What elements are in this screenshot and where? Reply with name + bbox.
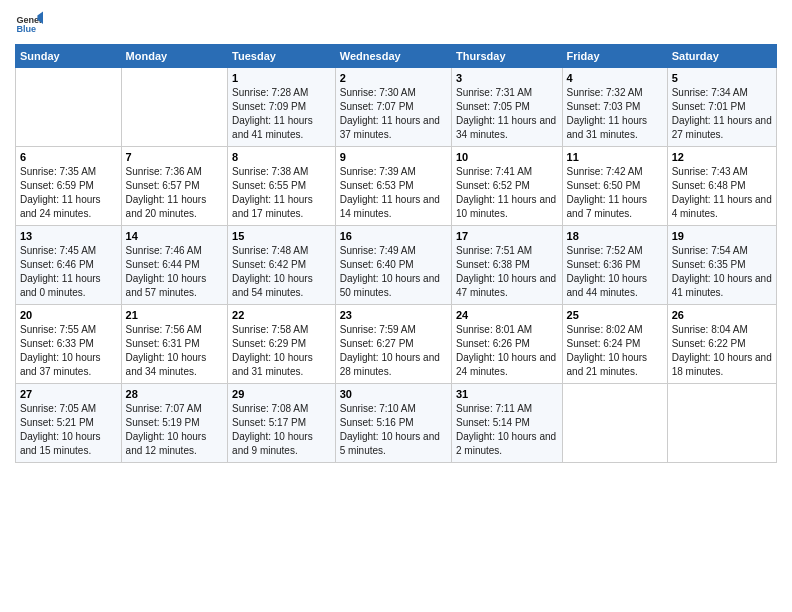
day-info: Sunrise: 7:11 AM Sunset: 5:14 PM Dayligh…	[456, 402, 558, 458]
calendar-cell: 25Sunrise: 8:02 AM Sunset: 6:24 PM Dayli…	[562, 305, 667, 384]
day-info: Sunrise: 7:56 AM Sunset: 6:31 PM Dayligh…	[126, 323, 224, 379]
day-header-tuesday: Tuesday	[228, 45, 336, 68]
day-number: 9	[340, 151, 447, 163]
day-number: 4	[567, 72, 663, 84]
day-number: 6	[20, 151, 117, 163]
calendar-cell: 30Sunrise: 7:10 AM Sunset: 5:16 PM Dayli…	[335, 384, 451, 463]
day-header-sunday: Sunday	[16, 45, 122, 68]
day-info: Sunrise: 7:39 AM Sunset: 6:53 PM Dayligh…	[340, 165, 447, 221]
calendar-cell: 29Sunrise: 7:08 AM Sunset: 5:17 PM Dayli…	[228, 384, 336, 463]
calendar-cell: 4Sunrise: 7:32 AM Sunset: 7:03 PM Daylig…	[562, 68, 667, 147]
calendar-cell: 10Sunrise: 7:41 AM Sunset: 6:52 PM Dayli…	[452, 147, 563, 226]
day-number: 10	[456, 151, 558, 163]
day-number: 28	[126, 388, 224, 400]
day-number: 30	[340, 388, 447, 400]
calendar-cell	[562, 384, 667, 463]
day-info: Sunrise: 7:55 AM Sunset: 6:33 PM Dayligh…	[20, 323, 117, 379]
day-info: Sunrise: 7:28 AM Sunset: 7:09 PM Dayligh…	[232, 86, 331, 142]
day-info: Sunrise: 7:58 AM Sunset: 6:29 PM Dayligh…	[232, 323, 331, 379]
day-number: 14	[126, 230, 224, 242]
calendar-header-row: SundayMondayTuesdayWednesdayThursdayFrid…	[16, 45, 777, 68]
day-info: Sunrise: 7:41 AM Sunset: 6:52 PM Dayligh…	[456, 165, 558, 221]
calendar-cell: 13Sunrise: 7:45 AM Sunset: 6:46 PM Dayli…	[16, 226, 122, 305]
day-info: Sunrise: 8:01 AM Sunset: 6:26 PM Dayligh…	[456, 323, 558, 379]
day-info: Sunrise: 7:10 AM Sunset: 5:16 PM Dayligh…	[340, 402, 447, 458]
day-number: 24	[456, 309, 558, 321]
calendar-week-row: 20Sunrise: 7:55 AM Sunset: 6:33 PM Dayli…	[16, 305, 777, 384]
calendar-table: SundayMondayTuesdayWednesdayThursdayFrid…	[15, 44, 777, 463]
day-number: 21	[126, 309, 224, 321]
day-number: 18	[567, 230, 663, 242]
calendar-cell: 21Sunrise: 7:56 AM Sunset: 6:31 PM Dayli…	[121, 305, 228, 384]
calendar-cell	[16, 68, 122, 147]
day-info: Sunrise: 8:04 AM Sunset: 6:22 PM Dayligh…	[672, 323, 772, 379]
day-number: 5	[672, 72, 772, 84]
calendar-cell: 19Sunrise: 7:54 AM Sunset: 6:35 PM Dayli…	[667, 226, 776, 305]
day-number: 17	[456, 230, 558, 242]
day-info: Sunrise: 7:48 AM Sunset: 6:42 PM Dayligh…	[232, 244, 331, 300]
day-number: 29	[232, 388, 331, 400]
day-header-friday: Friday	[562, 45, 667, 68]
day-number: 25	[567, 309, 663, 321]
calendar-cell: 1Sunrise: 7:28 AM Sunset: 7:09 PM Daylig…	[228, 68, 336, 147]
day-info: Sunrise: 7:59 AM Sunset: 6:27 PM Dayligh…	[340, 323, 447, 379]
day-number: 7	[126, 151, 224, 163]
calendar-week-row: 1Sunrise: 7:28 AM Sunset: 7:09 PM Daylig…	[16, 68, 777, 147]
calendar-cell: 15Sunrise: 7:48 AM Sunset: 6:42 PM Dayli…	[228, 226, 336, 305]
day-info: Sunrise: 7:45 AM Sunset: 6:46 PM Dayligh…	[20, 244, 117, 300]
calendar-cell: 8Sunrise: 7:38 AM Sunset: 6:55 PM Daylig…	[228, 147, 336, 226]
day-number: 13	[20, 230, 117, 242]
calendar-cell: 22Sunrise: 7:58 AM Sunset: 6:29 PM Dayli…	[228, 305, 336, 384]
day-number: 22	[232, 309, 331, 321]
day-number: 16	[340, 230, 447, 242]
calendar-cell	[667, 384, 776, 463]
day-number: 15	[232, 230, 331, 242]
day-info: Sunrise: 7:30 AM Sunset: 7:07 PM Dayligh…	[340, 86, 447, 142]
calendar-cell: 5Sunrise: 7:34 AM Sunset: 7:01 PM Daylig…	[667, 68, 776, 147]
svg-text:Blue: Blue	[16, 24, 36, 34]
day-info: Sunrise: 7:42 AM Sunset: 6:50 PM Dayligh…	[567, 165, 663, 221]
day-number: 23	[340, 309, 447, 321]
calendar-cell: 26Sunrise: 8:04 AM Sunset: 6:22 PM Dayli…	[667, 305, 776, 384]
day-number: 20	[20, 309, 117, 321]
calendar-cell: 2Sunrise: 7:30 AM Sunset: 7:07 PM Daylig…	[335, 68, 451, 147]
day-info: Sunrise: 7:31 AM Sunset: 7:05 PM Dayligh…	[456, 86, 558, 142]
calendar-cell: 17Sunrise: 7:51 AM Sunset: 6:38 PM Dayli…	[452, 226, 563, 305]
calendar-cell: 9Sunrise: 7:39 AM Sunset: 6:53 PM Daylig…	[335, 147, 451, 226]
calendar-week-row: 6Sunrise: 7:35 AM Sunset: 6:59 PM Daylig…	[16, 147, 777, 226]
day-header-thursday: Thursday	[452, 45, 563, 68]
day-number: 12	[672, 151, 772, 163]
calendar-cell: 11Sunrise: 7:42 AM Sunset: 6:50 PM Dayli…	[562, 147, 667, 226]
day-info: Sunrise: 7:43 AM Sunset: 6:48 PM Dayligh…	[672, 165, 772, 221]
calendar-cell: 31Sunrise: 7:11 AM Sunset: 5:14 PM Dayli…	[452, 384, 563, 463]
calendar-cell: 16Sunrise: 7:49 AM Sunset: 6:40 PM Dayli…	[335, 226, 451, 305]
day-info: Sunrise: 7:36 AM Sunset: 6:57 PM Dayligh…	[126, 165, 224, 221]
day-info: Sunrise: 7:34 AM Sunset: 7:01 PM Dayligh…	[672, 86, 772, 142]
day-number: 3	[456, 72, 558, 84]
day-info: Sunrise: 7:07 AM Sunset: 5:19 PM Dayligh…	[126, 402, 224, 458]
day-number: 19	[672, 230, 772, 242]
calendar-cell: 20Sunrise: 7:55 AM Sunset: 6:33 PM Dayli…	[16, 305, 122, 384]
day-number: 1	[232, 72, 331, 84]
calendar-cell	[121, 68, 228, 147]
calendar-cell: 24Sunrise: 8:01 AM Sunset: 6:26 PM Dayli…	[452, 305, 563, 384]
day-header-saturday: Saturday	[667, 45, 776, 68]
calendar-cell: 7Sunrise: 7:36 AM Sunset: 6:57 PM Daylig…	[121, 147, 228, 226]
calendar-cell: 18Sunrise: 7:52 AM Sunset: 6:36 PM Dayli…	[562, 226, 667, 305]
calendar-cell: 3Sunrise: 7:31 AM Sunset: 7:05 PM Daylig…	[452, 68, 563, 147]
day-number: 31	[456, 388, 558, 400]
day-number: 26	[672, 309, 772, 321]
day-info: Sunrise: 7:05 AM Sunset: 5:21 PM Dayligh…	[20, 402, 117, 458]
day-info: Sunrise: 8:02 AM Sunset: 6:24 PM Dayligh…	[567, 323, 663, 379]
day-info: Sunrise: 7:08 AM Sunset: 5:17 PM Dayligh…	[232, 402, 331, 458]
day-number: 8	[232, 151, 331, 163]
day-info: Sunrise: 7:38 AM Sunset: 6:55 PM Dayligh…	[232, 165, 331, 221]
day-info: Sunrise: 7:49 AM Sunset: 6:40 PM Dayligh…	[340, 244, 447, 300]
calendar-cell: 6Sunrise: 7:35 AM Sunset: 6:59 PM Daylig…	[16, 147, 122, 226]
day-info: Sunrise: 7:54 AM Sunset: 6:35 PM Dayligh…	[672, 244, 772, 300]
day-info: Sunrise: 7:52 AM Sunset: 6:36 PM Dayligh…	[567, 244, 663, 300]
calendar-cell: 14Sunrise: 7:46 AM Sunset: 6:44 PM Dayli…	[121, 226, 228, 305]
day-header-monday: Monday	[121, 45, 228, 68]
day-number: 27	[20, 388, 117, 400]
page-header: General Blue	[15, 10, 777, 38]
